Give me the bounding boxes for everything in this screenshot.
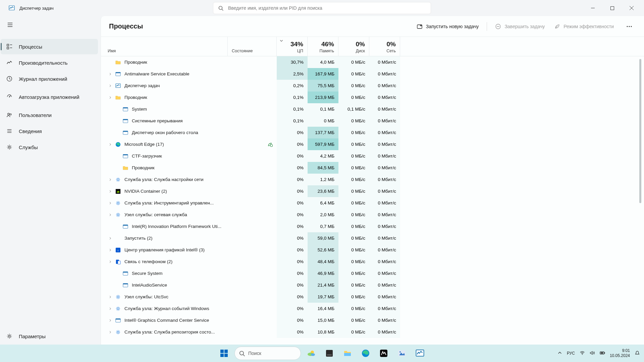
process-row[interactable]: Secure System0%46,9 МБ0 МБ/с0 Мбит/с — [101, 267, 644, 279]
nav-item-performance[interactable]: Производительность — [1, 55, 98, 70]
process-row[interactable]: Проводник0,1%213,9 МБ0 МБ/с0 Мбит/с — [101, 92, 644, 103]
overflow-menu[interactable] — [623, 20, 636, 33]
expand-toggle[interactable] — [108, 83, 113, 88]
expand-toggle[interactable] — [108, 95, 113, 100]
cpu-value: 2,5% — [277, 68, 308, 80]
tray-clock[interactable]: 9:01 10.05.2024 — [610, 348, 630, 358]
efficiency-badge — [228, 221, 277, 232]
efficiency-mode-button[interactable]: Режим эффективности — [549, 20, 619, 33]
tray-language[interactable]: РУС — [567, 351, 575, 356]
vertical-scrollbar[interactable] — [638, 59, 643, 322]
process-row[interactable]: IntelAudioService0%21,4 МБ0 МБ/с0 Мбит/с — [101, 279, 644, 291]
taskbar-taskmanager[interactable] — [412, 346, 428, 361]
process-row[interactable]: Системные прерывания0,1%0 МБ0 МБ/с0 Мбит… — [101, 115, 644, 127]
expand-toggle[interactable] — [108, 259, 113, 264]
cpu-value: 0% — [277, 291, 308, 303]
taskbar-edge[interactable] — [358, 346, 373, 361]
taskbar-explorer[interactable] — [340, 346, 355, 361]
process-row[interactable]: Microsoft Edge (17)0%597,9 МБ0 МБ/с0 Мби… — [101, 138, 644, 150]
process-row[interactable]: Служба узла: Инструментарий управлен...0… — [101, 197, 644, 209]
taskbar-search[interactable]: Поиск — [234, 347, 301, 360]
tray-wifi-icon[interactable] — [580, 350, 585, 357]
memory-value: 21,4 МБ — [308, 279, 338, 291]
memory-value: 19,7 МБ — [308, 291, 338, 303]
tray-battery-icon[interactable] — [600, 350, 605, 357]
expand-toggle[interactable] — [108, 329, 113, 335]
expand-toggle[interactable] — [108, 189, 113, 194]
process-row[interactable]: Диспетчер задач0,2%75,5 МБ0 МБ/с0 Мбит/с — [101, 80, 644, 92]
tray-overflow[interactable] — [557, 351, 562, 356]
network-value: 0 Мбит/с — [369, 68, 400, 80]
col-memory[interactable]: 46% Память — [308, 37, 338, 56]
nav-item-users[interactable]: Пользователи — [1, 107, 98, 123]
taskbar-tradingview[interactable] — [376, 346, 391, 361]
process-row[interactable]: Узел службы: UtcSvc0%19,7 МБ0 МБ/с0 Мбит… — [101, 291, 644, 303]
col-network[interactable]: 0% Сеть — [369, 37, 400, 56]
col-cpu[interactable]: 34% ЦП — [277, 37, 308, 56]
taskbar-taskview[interactable] — [322, 346, 337, 361]
process-row[interactable]: Antimalware Service Executable2,5%167,9 … — [101, 68, 644, 80]
memory-value: 23,6 МБ — [308, 185, 338, 197]
process-row[interactable]: CTF-загрузчик0%4,2 МБ0 МБ/с0 Мбит/с — [101, 150, 644, 162]
process-row[interactable]: Intel® Graphics Command Center Service0%… — [101, 314, 644, 326]
process-row[interactable]: Диспетчер окон рабочего стола0%137,7 МБ0… — [101, 127, 644, 138]
nav-toggle[interactable] — [2, 17, 18, 32]
nav-item-services[interactable]: Службы — [1, 139, 98, 155]
maximize-button[interactable] — [602, 1, 622, 15]
expand-toggle[interactable] — [108, 177, 113, 182]
process-row[interactable]: Связь с телефоном (2)0%48,4 МБ0 МБ/с0 Мб… — [101, 256, 644, 267]
process-icon — [115, 188, 121, 194]
process-row[interactable]: Служба узла: Журнал событий Windows0%16,… — [101, 303, 644, 314]
process-icon — [115, 83, 121, 89]
disk-value: 0 МБ/с — [338, 115, 369, 127]
expand-toggle[interactable] — [108, 306, 113, 311]
performance-icon — [6, 59, 13, 66]
process-row[interactable]: Служба узла: Служба настройки сети0%1,2 … — [101, 174, 644, 185]
settings-icon — [6, 333, 13, 340]
col-name[interactable]: Имя — [101, 37, 228, 56]
process-row[interactable]: Проводник30,7%4,0 МБ0 МБ/с0 Мбит/с — [101, 56, 644, 68]
tray-volume-icon[interactable] — [590, 350, 595, 357]
efficiency-badge — [228, 185, 277, 197]
taskbar-widgets[interactable] — [304, 346, 319, 361]
expand-toggle[interactable] — [108, 142, 113, 147]
nav-settings[interactable]: Параметры — [1, 328, 98, 344]
expand-toggle[interactable] — [108, 200, 113, 206]
expand-toggle[interactable] — [108, 247, 113, 253]
expand-toggle[interactable] — [108, 236, 113, 241]
process-icon — [122, 165, 128, 171]
nav-item-startup[interactable]: Автозагрузка приложений — [1, 87, 98, 107]
process-row[interactable]: Проводник0%84,5 МБ0 МБ/с0 Мбит/с — [101, 162, 644, 174]
cpu-value: 0% — [277, 150, 308, 162]
nav-item-details[interactable]: Сведения — [1, 123, 98, 139]
process-row[interactable]: System0,1%0,1 МБ0,1 МБ/с0 Мбит/с — [101, 103, 644, 115]
close-button[interactable] — [622, 1, 641, 15]
efficiency-badge — [228, 92, 277, 103]
memory-value: 0,7 МБ — [308, 221, 338, 232]
col-status[interactable]: Состояние — [228, 37, 277, 56]
process-row[interactable]: Intel(R) Innovation Platform Framework U… — [101, 221, 644, 232]
process-row[interactable]: Центр управления графикой Intel® (3)0%52… — [101, 244, 644, 256]
process-row[interactable]: NVIDIA Container (2)0%23,6 МБ0 МБ/с0 Мби… — [101, 185, 644, 197]
run-new-task-button[interactable]: Запустить новую задачу — [412, 20, 484, 33]
scrollbar-thumb[interactable] — [639, 59, 641, 203]
tray-notifications-icon[interactable] — [635, 350, 640, 357]
start-button[interactable] — [216, 346, 232, 361]
search-box[interactable] — [213, 2, 431, 14]
end-task-button[interactable]: Завершить задачу — [490, 20, 549, 33]
expand-toggle[interactable] — [108, 294, 113, 300]
col-disk[interactable]: 0% Диск — [338, 37, 369, 56]
memory-value: 2,0 МБ — [308, 209, 338, 221]
taskbar-photos[interactable] — [394, 346, 410, 361]
minimize-button[interactable] — [583, 1, 602, 15]
nav-item-history[interactable]: Журнал приложений — [1, 71, 98, 86]
efficiency-badge — [228, 174, 277, 185]
expand-toggle[interactable] — [108, 212, 113, 218]
nav-item-processes[interactable]: Процессы — [1, 39, 98, 54]
search-input[interactable] — [228, 5, 426, 11]
process-row[interactable]: Узел службы: сетевая служба0%2,0 МБ0 МБ/… — [101, 209, 644, 221]
expand-toggle[interactable] — [108, 71, 113, 77]
process-row[interactable]: Служба узла: Служба репозитория состо...… — [101, 326, 644, 338]
expand-toggle[interactable] — [108, 318, 113, 323]
process-row[interactable]: Запустить (2)0%59,0 МБ0 МБ/с0 Мбит/с — [101, 232, 644, 244]
